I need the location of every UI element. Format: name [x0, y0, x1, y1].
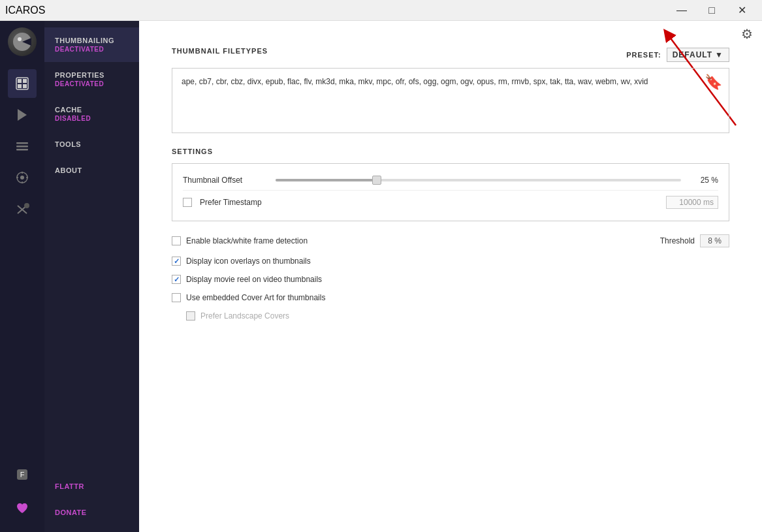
titlebar-controls: — □ ✕	[667, 0, 757, 21]
sidebar-icon-tools[interactable]	[8, 163, 37, 192]
sidebar-icon-properties[interactable]	[8, 101, 37, 129]
nav-item-flattr-label: FLATTR	[55, 482, 129, 490]
filetype-section: THUMBNAIL FILETYPES PRESET: DEFAULT ▼ 🔖 …	[172, 47, 729, 133]
prefer-landscape-row: Prefer Landscape Covers	[172, 311, 729, 321]
close-button[interactable]: ✕	[727, 0, 757, 21]
nav-sidebar-spacer	[44, 183, 139, 473]
movie-reel-checkbox[interactable]	[172, 275, 181, 284]
nav-item-thumbnailing[interactable]: THUMBNAILING DEACTIVATED	[44, 27, 139, 62]
titlebar-left: ICAROS	[5, 5, 45, 16]
svg-text:F: F	[20, 471, 25, 478]
titlebar: ICAROS — □ ✕	[0, 0, 762, 21]
nav-item-tools[interactable]: TOOLS	[44, 131, 139, 157]
nav-item-cache-label: CACHE	[55, 106, 129, 114]
thumbnail-offset-slider[interactable]	[276, 179, 681, 181]
svg-rect-7	[23, 84, 27, 88]
svg-point-1	[18, 37, 22, 41]
preset-group: PRESET: DEFAULT ▼	[626, 48, 729, 62]
settings-box: Thumbnail Offset 25 % Prefer Timestamp	[172, 163, 729, 221]
app-logo	[8, 27, 37, 56]
nav-item-flattr[interactable]: FLATTR	[44, 473, 139, 499]
cover-art-row: Use embedded Cover Art for thumbnails	[172, 293, 729, 302]
filetype-box: 🔖 ape, cb7, cbr, cbz, divx, epub, flac, …	[172, 68, 729, 133]
nav-item-properties[interactable]: PROPERTIES DEACTIVATED	[44, 62, 139, 97]
check-options: Enable black/white frame detection Thres…	[172, 234, 729, 321]
nav-item-about[interactable]: ABOUT	[44, 157, 139, 183]
nav-item-thumbnailing-status: DEACTIVATED	[55, 46, 129, 53]
prefer-timestamp-input[interactable]	[666, 196, 718, 209]
prefer-timestamp-row: Prefer Timestamp	[183, 193, 718, 211]
gear-button[interactable]: ⚙	[741, 26, 753, 42]
svg-rect-11	[16, 149, 28, 151]
sidebar-icon-about[interactable]	[8, 195, 37, 223]
settings-section-header: SETTINGS	[172, 148, 213, 155]
preset-label: PRESET:	[626, 51, 661, 59]
bw-detection-row: Enable black/white frame detection Thres…	[172, 234, 729, 247]
titlebar-title: ICAROS	[5, 5, 45, 16]
icon-overlays-checkbox[interactable]	[172, 257, 181, 266]
bw-detection-checkbox[interactable]	[172, 236, 181, 245]
nav-item-cache[interactable]: CACHE DISABLED	[44, 97, 139, 131]
sidebar-icon-donate[interactable]	[8, 494, 37, 523]
threshold-input[interactable]	[700, 234, 729, 247]
movie-reel-row: Display movie reel on video thumbnails	[172, 275, 729, 284]
preset-dropdown-arrow: ▼	[715, 50, 723, 59]
bw-detection-label: Enable black/white frame detection	[186, 236, 308, 245]
icon-overlays-label: Display icon overlays on thumbnails	[186, 257, 311, 266]
movie-reel-label: Display movie reel on video thumbnails	[186, 275, 322, 284]
nav-item-properties-label: PROPERTIES	[55, 71, 129, 79]
svg-rect-10	[16, 146, 28, 148]
maximize-button[interactable]: □	[697, 0, 727, 21]
nav-item-about-label: ABOUT	[55, 166, 129, 174]
icon-sidebar-bottom: F	[8, 460, 37, 532]
minimize-button[interactable]: —	[667, 0, 697, 21]
svg-point-20	[24, 203, 29, 208]
nav-sidebar-bottom: FLATTR DONATE	[44, 473, 139, 532]
main-content: ⚙ THUMBNAIL FILETYPES PRESET: DEFAULT ▼ …	[139, 21, 762, 532]
nav-sidebar: THUMBNAILING DEACTIVATED PROPERTIES DEAC…	[44, 21, 139, 532]
app-body: F THUMBNAILING DEACTIVATED PROPERTIES DE…	[0, 21, 762, 532]
nav-item-donate[interactable]: DONATE	[44, 499, 139, 525]
nav-item-cache-status: DISABLED	[55, 115, 129, 122]
svg-rect-4	[18, 79, 22, 83]
svg-rect-6	[18, 84, 22, 88]
sidebar-icon-flattr[interactable]: F	[8, 460, 37, 489]
svg-marker-8	[18, 109, 27, 121]
preset-dropdown[interactable]: DEFAULT ▼	[667, 48, 729, 62]
filetypes-text: ape, cb7, cbr, cbz, divx, epub, flac, fl…	[182, 77, 648, 86]
prefer-landscape-checkbox	[186, 311, 195, 321]
prefer-timestamp-checkbox[interactable]	[183, 198, 192, 207]
cover-art-checkbox[interactable]	[172, 293, 181, 302]
sidebar-icon-cache[interactable]	[8, 132, 37, 161]
svg-rect-9	[16, 142, 28, 144]
icon-sidebar: F	[0, 21, 44, 532]
cover-art-label: Use embedded Cover Art for thumbnails	[186, 293, 325, 302]
thumbnail-offset-value: 25 %	[689, 176, 718, 185]
prefer-landscape-label: Prefer Landscape Covers	[200, 311, 289, 321]
thumbnail-offset-label: Thumbnail Offset	[183, 176, 268, 185]
threshold-label: Threshold	[660, 236, 695, 245]
nav-item-donate-label: DONATE	[55, 509, 129, 516]
icon-overlays-row: Display icon overlays on thumbnails	[172, 257, 729, 266]
settings-section: SETTINGS Thumbnail Offset 25 % Prefer Ti…	[172, 145, 729, 221]
threshold-group: Threshold	[660, 234, 729, 247]
sidebar-icon-thumbnailing[interactable]	[8, 69, 37, 98]
settings-divider	[183, 190, 718, 191]
filetype-section-header: THUMBNAIL FILETYPES	[172, 47, 268, 55]
svg-rect-5	[23, 79, 27, 83]
svg-point-13	[20, 176, 24, 180]
thumbnail-offset-row: Thumbnail Offset 25 %	[183, 173, 718, 187]
filetype-bookmark-icon[interactable]: 🔖	[705, 70, 722, 94]
nav-item-thumbnailing-label: THUMBNAILING	[55, 37, 129, 44]
nav-item-tools-label: TOOLS	[55, 140, 129, 148]
preset-value: DEFAULT	[673, 50, 712, 59]
nav-item-properties-status: DEACTIVATED	[55, 80, 129, 87]
settings-header-row: SETTINGS	[172, 145, 729, 157]
filetype-header-row: THUMBNAIL FILETYPES PRESET: DEFAULT ▼	[172, 47, 729, 63]
prefer-timestamp-label: Prefer Timestamp	[200, 198, 262, 207]
